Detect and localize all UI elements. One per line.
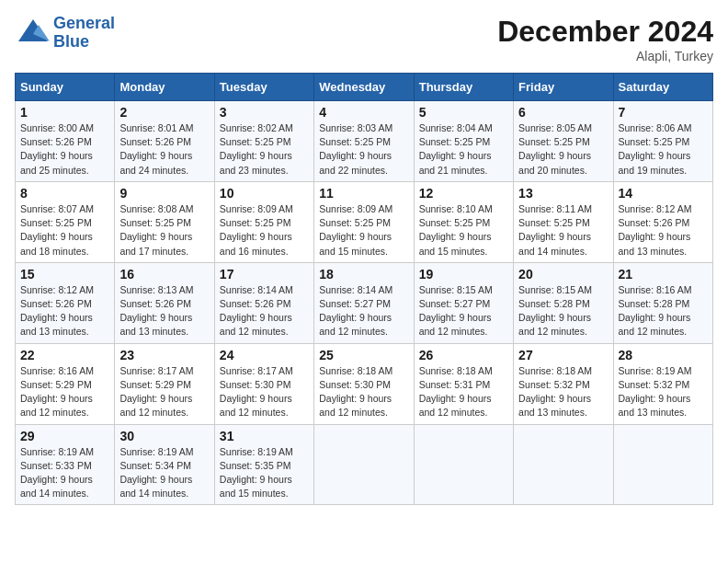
- day-info: Sunrise: 8:04 AM Sunset: 5:25 PM Dayligh…: [419, 121, 508, 178]
- daylight-text: Daylight: 9 hours and 23 minutes.: [220, 150, 292, 175]
- day-info: Sunrise: 8:09 AM Sunset: 5:25 PM Dayligh…: [220, 202, 309, 259]
- day-info: Sunrise: 8:05 AM Sunset: 5:25 PM Dayligh…: [518, 121, 608, 178]
- sunset-text: Sunset: 5:25 PM: [419, 136, 491, 147]
- calendar-cell: [514, 424, 613, 505]
- title-block: December 2024 Alapli, Turkey: [497, 15, 713, 63]
- sunrise-text: Sunrise: 8:18 AM: [518, 365, 592, 376]
- calendar-cell: 14 Sunrise: 8:12 AM Sunset: 5:26 PM Dayl…: [613, 181, 712, 262]
- sunset-text: Sunset: 5:33 PM: [20, 460, 92, 471]
- calendar-cell: 3 Sunrise: 8:02 AM Sunset: 5:25 PM Dayli…: [214, 101, 313, 182]
- sunset-text: Sunset: 5:26 PM: [20, 136, 92, 147]
- day-info: Sunrise: 8:14 AM Sunset: 5:27 PM Dayligh…: [319, 283, 408, 339]
- calendar-cell: 18 Sunrise: 8:14 AM Sunset: 5:27 PM Dayl…: [314, 262, 414, 343]
- day-info: Sunrise: 8:17 AM Sunset: 5:30 PM Dayligh…: [220, 364, 309, 420]
- sunset-text: Sunset: 5:25 PM: [419, 217, 491, 228]
- daylight-text: Daylight: 9 hours and 12 minutes.: [518, 312, 591, 337]
- day-number: 17: [220, 267, 309, 282]
- calendar-week-row: 15 Sunrise: 8:12 AM Sunset: 5:26 PM Dayl…: [16, 262, 713, 343]
- daylight-text: Daylight: 9 hours and 22 minutes.: [319, 150, 392, 175]
- calendar-cell: 7 Sunrise: 8:06 AM Sunset: 5:25 PM Dayli…: [613, 101, 712, 182]
- day-number: 23: [119, 348, 209, 362]
- day-number: 26: [419, 348, 508, 362]
- day-info: Sunrise: 8:02 AM Sunset: 5:25 PM Dayligh…: [220, 121, 309, 178]
- day-number: 7: [619, 105, 708, 120]
- sunset-text: Sunset: 5:29 PM: [119, 379, 191, 390]
- calendar-week-row: 8 Sunrise: 8:07 AM Sunset: 5:25 PM Dayli…: [16, 181, 713, 262]
- calendar-cell: 8 Sunrise: 8:07 AM Sunset: 5:25 PM Dayli…: [16, 181, 115, 262]
- sunrise-text: Sunrise: 8:19 AM: [220, 446, 293, 457]
- day-info: Sunrise: 8:19 AM Sunset: 5:33 PM Dayligh…: [20, 445, 109, 501]
- header-day-monday: Monday: [115, 74, 214, 101]
- sunset-text: Sunset: 5:25 PM: [319, 217, 391, 228]
- day-info: Sunrise: 8:17 AM Sunset: 5:29 PM Dayligh…: [119, 364, 209, 420]
- sunset-text: Sunset: 5:27 PM: [319, 298, 391, 309]
- day-info: Sunrise: 8:09 AM Sunset: 5:25 PM Dayligh…: [319, 202, 408, 259]
- day-info: Sunrise: 8:18 AM Sunset: 5:31 PM Dayligh…: [419, 364, 508, 420]
- sunrise-text: Sunrise: 8:07 AM: [20, 203, 94, 214]
- daylight-text: Daylight: 9 hours and 15 minutes.: [220, 474, 292, 499]
- sunset-text: Sunset: 5:25 PM: [119, 217, 191, 228]
- calendar-cell: 9 Sunrise: 8:08 AM Sunset: 5:25 PM Dayli…: [115, 181, 214, 262]
- sunrise-text: Sunrise: 8:15 AM: [419, 284, 493, 295]
- sunset-text: Sunset: 5:25 PM: [220, 136, 291, 147]
- logo-line1: General: [53, 14, 115, 32]
- day-number: 28: [619, 348, 708, 362]
- header-day-saturday: Saturday: [613, 74, 712, 101]
- sunrise-text: Sunrise: 8:17 AM: [119, 365, 193, 376]
- calendar-cell: 11 Sunrise: 8:09 AM Sunset: 5:25 PM Dayl…: [314, 181, 414, 262]
- calendar-cell: 12 Sunrise: 8:10 AM Sunset: 5:25 PM Dayl…: [414, 181, 513, 262]
- calendar-cell: 30 Sunrise: 8:19 AM Sunset: 5:34 PM Dayl…: [115, 424, 214, 505]
- sunset-text: Sunset: 5:26 PM: [119, 298, 191, 309]
- sunrise-text: Sunrise: 8:00 AM: [20, 122, 94, 133]
- sunrise-text: Sunrise: 8:08 AM: [119, 203, 193, 214]
- sunrise-text: Sunrise: 8:10 AM: [419, 203, 493, 214]
- daylight-text: Daylight: 9 hours and 20 minutes.: [518, 150, 591, 175]
- calendar-cell: 22 Sunrise: 8:16 AM Sunset: 5:29 PM Dayl…: [16, 343, 115, 424]
- day-number: 2: [119, 105, 209, 120]
- calendar-cell: 28 Sunrise: 8:19 AM Sunset: 5:32 PM Dayl…: [613, 343, 712, 424]
- sunrise-text: Sunrise: 8:12 AM: [619, 203, 692, 214]
- sunrise-text: Sunrise: 8:14 AM: [220, 284, 293, 295]
- sunrise-text: Sunrise: 8:14 AM: [319, 284, 392, 295]
- day-number: 18: [319, 267, 408, 282]
- daylight-text: Daylight: 9 hours and 13 minutes.: [518, 393, 591, 418]
- sunset-text: Sunset: 5:30 PM: [220, 379, 291, 390]
- calendar-cell: 25 Sunrise: 8:18 AM Sunset: 5:30 PM Dayl…: [314, 343, 414, 424]
- day-info: Sunrise: 8:11 AM Sunset: 5:25 PM Dayligh…: [518, 202, 608, 259]
- day-number: 14: [619, 186, 708, 201]
- calendar-cell: 6 Sunrise: 8:05 AM Sunset: 5:25 PM Dayli…: [514, 101, 613, 182]
- sunrise-text: Sunrise: 8:19 AM: [619, 365, 692, 376]
- calendar-week-row: 29 Sunrise: 8:19 AM Sunset: 5:33 PM Dayl…: [16, 424, 713, 505]
- sunset-text: Sunset: 5:26 PM: [119, 136, 191, 147]
- day-info: Sunrise: 8:14 AM Sunset: 5:26 PM Dayligh…: [220, 283, 309, 339]
- sunset-text: Sunset: 5:30 PM: [319, 379, 391, 390]
- day-info: Sunrise: 8:12 AM Sunset: 5:26 PM Dayligh…: [20, 283, 109, 339]
- sunrise-text: Sunrise: 8:03 AM: [319, 122, 392, 133]
- calendar-cell: [613, 424, 712, 505]
- sunrise-text: Sunrise: 8:13 AM: [119, 284, 193, 295]
- sunset-text: Sunset: 5:28 PM: [518, 298, 590, 309]
- header-day-tuesday: Tuesday: [214, 74, 313, 101]
- logo-text: General Blue: [53, 15, 115, 52]
- location: Alapli, Turkey: [497, 49, 713, 63]
- calendar-cell: 20 Sunrise: 8:15 AM Sunset: 5:28 PM Dayl…: [514, 262, 613, 343]
- calendar-cell: 21 Sunrise: 8:16 AM Sunset: 5:28 PM Dayl…: [613, 262, 712, 343]
- day-number: 5: [419, 105, 508, 120]
- calendar-cell: 1 Sunrise: 8:00 AM Sunset: 5:26 PM Dayli…: [16, 101, 115, 182]
- calendar-body: 1 Sunrise: 8:00 AM Sunset: 5:26 PM Dayli…: [16, 101, 713, 505]
- sunrise-text: Sunrise: 8:19 AM: [119, 446, 193, 457]
- sunrise-text: Sunrise: 8:09 AM: [319, 203, 392, 214]
- daylight-text: Daylight: 9 hours and 13 minutes.: [619, 393, 691, 418]
- daylight-text: Daylight: 9 hours and 12 minutes.: [319, 312, 392, 337]
- header-day-friday: Friday: [514, 74, 613, 101]
- day-info: Sunrise: 8:06 AM Sunset: 5:25 PM Dayligh…: [619, 121, 708, 178]
- day-info: Sunrise: 8:16 AM Sunset: 5:29 PM Dayligh…: [20, 364, 109, 420]
- day-info: Sunrise: 8:07 AM Sunset: 5:25 PM Dayligh…: [20, 202, 109, 259]
- sunrise-text: Sunrise: 8:06 AM: [619, 122, 692, 133]
- calendar-cell: 15 Sunrise: 8:12 AM Sunset: 5:26 PM Dayl…: [16, 262, 115, 343]
- calendar-cell: 4 Sunrise: 8:03 AM Sunset: 5:25 PM Dayli…: [314, 101, 414, 182]
- sunrise-text: Sunrise: 8:16 AM: [20, 365, 94, 376]
- daylight-text: Daylight: 9 hours and 17 minutes.: [119, 231, 192, 256]
- day-number: 30: [119, 429, 209, 443]
- sunrise-text: Sunrise: 8:19 AM: [20, 446, 94, 457]
